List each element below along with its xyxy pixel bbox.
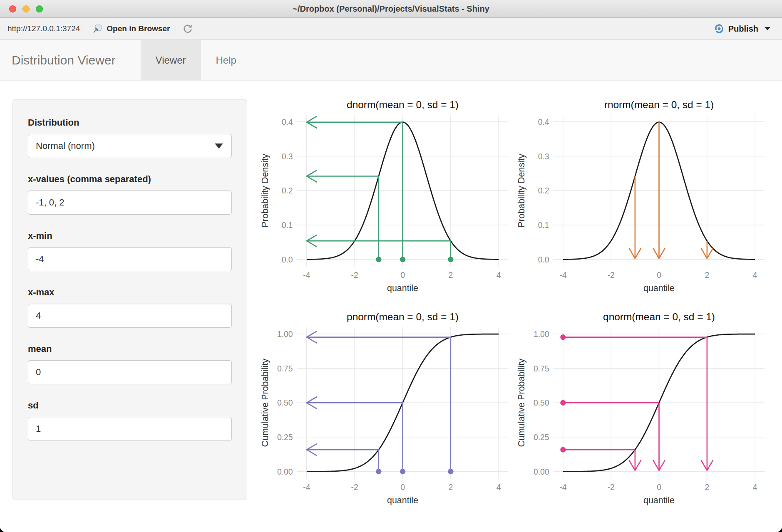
x-tick-label: 2 — [448, 270, 453, 280]
y-axis-title: Probability Density — [516, 153, 526, 227]
open-in-browser-button[interactable]: Open in Browser — [92, 23, 170, 34]
y-axis-title: Cumulative Probability — [516, 358, 526, 447]
mean-label: mean — [28, 344, 232, 354]
app-url: http://127.0.0.1:3724 — [7, 24, 80, 33]
x-tick-label: -2 — [351, 483, 358, 492]
x-tick-label: 4 — [497, 483, 501, 492]
y-tick-label: 0.50 — [533, 398, 549, 407]
minimize-window-button[interactable] — [22, 5, 30, 12]
y-tick-label: 0.25 — [533, 433, 549, 442]
x-min-input[interactable] — [28, 247, 232, 271]
distribution-select[interactable]: Normal (norm) — [28, 134, 232, 158]
tab-help[interactable]: Help — [201, 40, 251, 80]
data-point-dot — [448, 257, 453, 262]
y-tick-label: 0.4 — [282, 117, 293, 126]
x-tick-label: 0 — [657, 270, 661, 280]
app-navbar: Distribution Viewer Viewer Help — [0, 40, 782, 81]
y-tick-label: 1.00 — [277, 329, 293, 339]
x-tick-label: -2 — [607, 270, 614, 280]
close-window-button[interactable] — [9, 5, 16, 12]
axis-labels: rnorm(mean = 0, sd = 1)-4-20240.00.10.20… — [516, 99, 757, 293]
x-tick-label: -4 — [559, 483, 566, 492]
x-tick-label: -2 — [351, 270, 358, 280]
main-content: Distribution Normal (norm) x-values (com… — [0, 81, 782, 532]
pnorm-plot: pnorm(mean = 0, sd = 1)-4-20240.000.250.… — [257, 307, 514, 520]
y-tick-label: 0.0 — [282, 255, 293, 264]
publish-button[interactable]: Publish — [714, 23, 770, 34]
publish-icon — [714, 23, 725, 34]
y-tick-label: 0.3 — [538, 152, 549, 161]
titlebar: ~/Dropbox (Personal)/Projects/VisualStat… — [0, 0, 782, 18]
x-tick-label: 2 — [448, 483, 453, 492]
distribution-selected-value: Normal (norm) — [36, 141, 95, 151]
distribution-group: Distribution Normal (norm) — [28, 117, 232, 158]
distribution-label: Distribution — [28, 117, 232, 128]
y-axis-title: Cumulative Probability — [260, 358, 270, 447]
x-max-input[interactable] — [28, 304, 232, 328]
x-tick-label: 2 — [705, 483, 709, 492]
x-values-input[interactable] — [28, 191, 232, 215]
x-min-group: x-min — [28, 230, 232, 271]
x-tick-label: -4 — [303, 483, 310, 492]
y-tick-label: 0.25 — [277, 433, 293, 442]
x-tick-label: 4 — [497, 270, 501, 280]
qnorm-plot: qnorm(mean = 0, sd = 1)-4-20240.000.250.… — [514, 307, 770, 520]
plot-title: pnorm(mean = 0, sd = 1) — [347, 311, 459, 322]
sd-label: sd — [28, 400, 232, 411]
publish-dropdown-caret[interactable] — [765, 27, 770, 30]
annotations — [629, 122, 713, 259]
data-point-dot — [376, 468, 381, 474]
refresh-icon[interactable] — [182, 23, 194, 35]
y-tick-label: 0.1 — [538, 220, 549, 230]
open-in-browser-icon — [92, 23, 103, 34]
qnorm-plot-svg: qnorm(mean = 0, sd = 1)-4-20240.000.250.… — [514, 307, 770, 520]
y-tick-label: 0.0 — [538, 255, 549, 264]
axis-labels: qnorm(mean = 0, sd = 1)-4-20240.000.250.… — [516, 311, 757, 505]
annotations — [307, 116, 454, 262]
plot-title: qnorm(mean = 0, sd = 1) — [603, 311, 715, 322]
y-tick-label: 0.4 — [538, 117, 549, 126]
x-axis-title: quantile — [387, 283, 418, 293]
x-tick-label: -4 — [559, 270, 566, 280]
y-tick-label: 0.2 — [282, 186, 293, 195]
x-tick-label: 2 — [705, 270, 709, 280]
axis-labels: pnorm(mean = 0, sd = 1)-4-20240.000.250.… — [260, 311, 501, 505]
dnorm-plot-svg: dnorm(mean = 0, sd = 1)-4-20240.00.10.20… — [257, 95, 514, 307]
publish-label: Publish — [728, 24, 758, 34]
x-max-group: x-max — [28, 287, 232, 328]
chevron-down-icon — [215, 144, 223, 148]
rnorm-plot: rnorm(mean = 0, sd = 1)-4-20240.00.10.20… — [514, 95, 770, 307]
x-axis-title: quantile — [643, 495, 675, 505]
x-tick-label: 0 — [657, 483, 661, 492]
x-tick-label: -4 — [303, 270, 310, 280]
x-axis-title: quantile — [387, 495, 418, 505]
plot-title: dnorm(mean = 0, sd = 1) — [347, 99, 459, 110]
dnorm-plot: dnorm(mean = 0, sd = 1)-4-20240.00.10.20… — [257, 95, 514, 307]
viewer-toolbar: http://127.0.0.1:3724 Open in Browser — [0, 18, 782, 40]
plot-title: rnorm(mean = 0, sd = 1) — [604, 99, 714, 110]
toolbar-divider — [86, 22, 86, 35]
x-tick-label: 0 — [400, 270, 405, 280]
x-tick-label: 4 — [752, 483, 757, 492]
open-in-browser-label: Open in Browser — [107, 24, 170, 33]
y-tick-label: 1.00 — [533, 329, 549, 339]
axis-labels: dnorm(mean = 0, sd = 1)-4-20240.00.10.20… — [260, 99, 501, 293]
tab-viewer[interactable]: Viewer — [141, 40, 201, 80]
mean-input[interactable] — [28, 360, 232, 384]
data-point-dot — [376, 257, 381, 262]
app-brand-title: Distribution Viewer — [0, 40, 127, 80]
pnorm-plot-svg: pnorm(mean = 0, sd = 1)-4-20240.000.250.… — [257, 307, 514, 520]
mean-group: mean — [28, 344, 232, 384]
y-tick-label: 0.1 — [282, 220, 293, 230]
sidebar-panel: Distribution Normal (norm) x-values (com… — [12, 99, 247, 500]
zoom-window-button[interactable] — [36, 5, 43, 12]
x-tick-label: -2 — [607, 483, 614, 492]
sd-input[interactable] — [28, 417, 232, 441]
y-tick-label: 0.00 — [277, 467, 293, 476]
window-title: ~/Dropbox (Personal)/Projects/VisualStat… — [293, 4, 489, 14]
y-axis-title: Probability Density — [260, 153, 270, 227]
data-point-dot — [448, 468, 453, 474]
y-tick-label: 0.75 — [533, 364, 549, 373]
traffic-lights — [9, 0, 43, 17]
annotations — [560, 334, 713, 470]
